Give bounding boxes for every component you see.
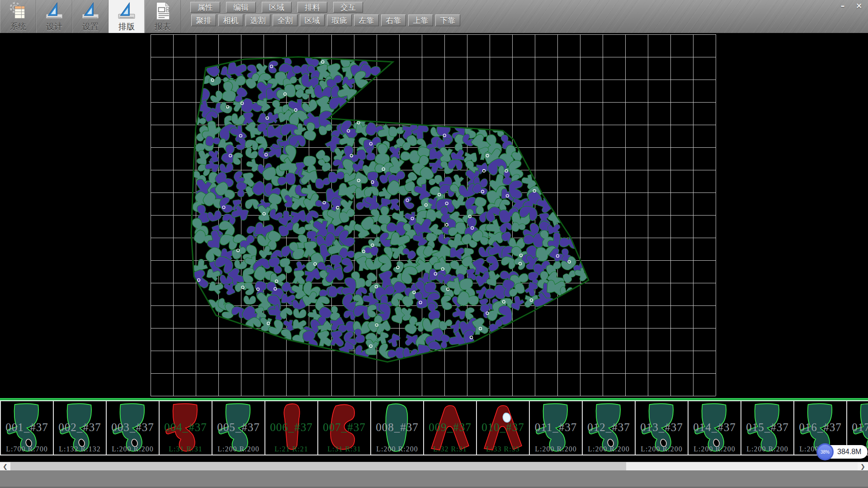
main-button-label: 系统: [10, 21, 26, 32]
scroll-left-icon[interactable]: ❮: [0, 462, 10, 471]
main-button-label: 报表: [155, 21, 171, 32]
piece-id-label: 003_#37: [107, 421, 159, 434]
scroll-right-icon[interactable]: ❯: [858, 462, 868, 471]
piece-lr-values: L:31 R:31: [318, 445, 370, 453]
piece-lr-values: L:200 R:200: [636, 445, 688, 453]
thumbnail-scrollbar[interactable]: ❮ ❯: [0, 462, 868, 470]
main-button-label: 设置: [82, 21, 99, 32]
app-window: 系统设计设置排版报表 属性编辑区域排料交互 聚排相机选割全割区域瑕疵左靠右靠上靠…: [0, 0, 868, 488]
piece-lr-values: L:200 R:200: [583, 445, 635, 453]
main-button-report[interactable]: 报表: [145, 0, 181, 33]
thumbnail-piece-007_#37[interactable]: 007_#37L:31 R:31: [318, 400, 371, 455]
piece-id-label: 004_#37: [160, 421, 212, 434]
bottom-status-band: [0, 470, 868, 488]
close-button[interactable]: ✕: [851, 0, 867, 12]
scrollbar-thumb[interactable]: [10, 462, 626, 471]
tool-button-snap-left[interactable]: 左靠: [354, 14, 379, 26]
piece-id-label: 005_#37: [212, 421, 264, 434]
piece-id-label: 011_#37: [530, 421, 582, 434]
menu-tab-edit[interactable]: 编辑: [226, 2, 256, 13]
status-badge[interactable]: 384.8M 38%: [818, 445, 868, 459]
ribbon-header: 系统设计设置排版报表 属性编辑区域排料交互 聚排相机选割全割区域瑕疵左靠右靠上靠…: [0, 0, 868, 33]
thumbnail-piece-013_#37[interactable]: 013_#37L:200 R:200: [636, 400, 689, 455]
thumbnail-piece-008_#37[interactable]: 008_#37L:200 R:200: [371, 400, 424, 455]
tool-button-camera[interactable]: 相机: [218, 14, 243, 26]
piece-id-label: 015_#37: [741, 421, 793, 434]
thumbnail-piece-001_#37[interactable]: 001_#37L:700 R:700: [0, 400, 54, 455]
piece-lr-values: L:33 R:33: [477, 445, 529, 453]
minimize-button[interactable]: –: [835, 0, 851, 12]
piece-id-label: 014_#37: [689, 421, 741, 434]
main-button-layout[interactable]: 排版: [108, 0, 145, 33]
thumbnail-piece-015_#37[interactable]: 015_#37L:200 R:200: [741, 400, 794, 455]
piece-lr-values: L:200 R:200: [530, 445, 582, 453]
piece-lr-values: L:200 R:200: [107, 445, 159, 453]
piece-lr-values: L:32 R:31: [424, 445, 476, 453]
tool-button-region[interactable]: 区域: [300, 14, 325, 26]
tool-buttons-row: 聚排相机选割全割区域瑕疵左靠右靠上靠下靠: [191, 14, 462, 26]
report-icon: [153, 1, 172, 20]
thumbnail-piece-004_#37[interactable]: 004_#37L:31 R:31: [160, 400, 212, 455]
tool-button-snap-bottom[interactable]: 下靠: [435, 14, 460, 26]
piece-id-label: 013_#37: [636, 421, 688, 434]
tool-button-snap-top[interactable]: 上靠: [408, 14, 433, 26]
main-button-design[interactable]: 设计: [36, 0, 72, 33]
main-buttons: 系统设计设置排版报表: [0, 0, 181, 33]
tool-button-defect[interactable]: 瑕疵: [327, 14, 352, 26]
piece-lr-values: L:200 R:200: [741, 445, 793, 453]
piece-id-label: 012_#37: [583, 421, 635, 434]
piece-lr-values: L:132 R:132: [54, 445, 106, 453]
piece-thumbnail-strip: 001_#37L:700 R:700002_#37L:132 R:132003_…: [0, 400, 868, 455]
tool-button-cut-all[interactable]: 全割: [273, 14, 297, 26]
settings-icon: [81, 1, 100, 20]
main-button-system[interactable]: 系统: [0, 0, 36, 33]
main-button-label: 设计: [46, 21, 62, 32]
nesting-canvas[interactable]: [0, 33, 868, 398]
piece-id-label: 002_#37: [54, 421, 106, 434]
piece-id-label: 006_#37: [265, 421, 317, 434]
main-button-label: 排版: [118, 21, 135, 32]
thumbnail-piece-006_#37[interactable]: 006_#37L:21 R:21: [265, 400, 318, 455]
piece-lr-values: L:700 R:700: [1, 445, 53, 453]
system-icon: [9, 1, 28, 20]
menu-tab-interact[interactable]: 交互: [333, 2, 363, 13]
main-button-settings[interactable]: 设置: [72, 0, 108, 33]
thumbnail-piece-002_#37[interactable]: 002_#37L:132 R:132: [54, 400, 107, 455]
piece-id-label: 009_#37: [424, 421, 476, 434]
piece-lr-values: L:200 R:200: [212, 445, 264, 453]
thumbnail-piece-010_#37[interactable]: 010_#37L:33 R:33: [477, 400, 530, 455]
piece-id-label: 001_#37: [1, 421, 53, 434]
design-icon: [45, 1, 64, 20]
piece-id-label: 017_#37: [847, 421, 868, 434]
piece-lr-values: L:200 R:200: [689, 445, 741, 453]
window-controls: – ✕: [835, 0, 867, 12]
thumbnail-piece-009_#37[interactable]: 009_#37L:32 R:31: [424, 400, 477, 455]
percent-ring: 38%: [816, 443, 834, 460]
piece-lr-values: L:31 R:31: [160, 445, 212, 453]
piece-id-label: 016_#37: [794, 421, 846, 434]
thumbnail-piece-014_#37[interactable]: 014_#37L:200 R:200: [689, 400, 741, 455]
menu-tab-region[interactable]: 区域: [262, 2, 292, 13]
tool-button-select-cut[interactable]: 选割: [245, 14, 270, 26]
piece-id-label: 007_#37: [318, 421, 370, 434]
thumbnail-piece-012_#37[interactable]: 012_#37L:200 R:200: [583, 400, 636, 455]
menu-tabs: 属性编辑区域排料交互: [190, 2, 369, 13]
piece-id-label: 008_#37: [371, 421, 423, 434]
thumbnail-piece-005_#37[interactable]: 005_#37L:200 R:200: [212, 400, 265, 455]
menu-tab-nesting[interactable]: 排料: [297, 2, 327, 13]
piece-lr-values: L:21 R:21: [265, 445, 317, 453]
layout-icon: [117, 1, 136, 20]
menu-tab-properties[interactable]: 属性: [190, 2, 220, 13]
piece-id-label: 010_#37: [477, 421, 529, 434]
tool-button-cluster-nest[interactable]: 聚排: [191, 14, 216, 26]
thumbnail-piece-003_#37[interactable]: 003_#37L:200 R:200: [107, 400, 160, 455]
thumbnail-piece-011_#37[interactable]: 011_#37L:200 R:200: [530, 400, 583, 455]
piece-lr-values: L:200 R:200: [371, 445, 423, 453]
tool-button-snap-right[interactable]: 右靠: [381, 14, 406, 26]
